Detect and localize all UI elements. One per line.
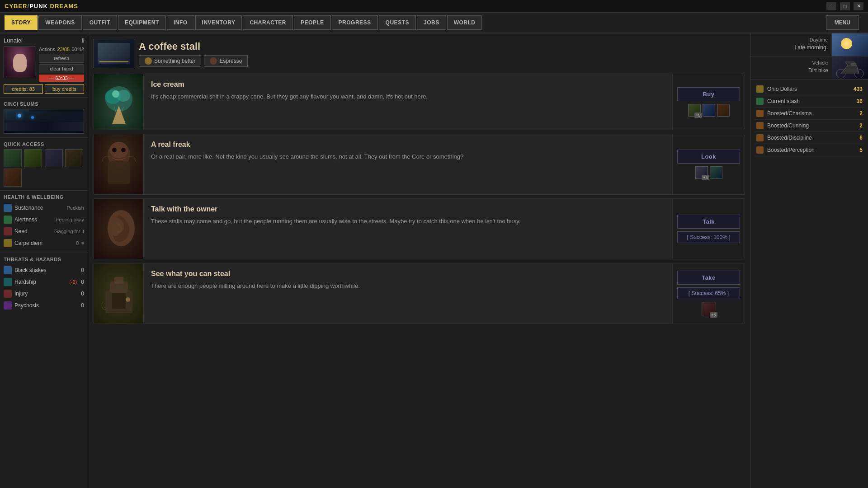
steal-button[interactable]: Take	[677, 271, 740, 285]
tab-something-better[interactable]: Something better	[139, 55, 201, 67]
location-main-title: A coffee stall	[139, 41, 248, 52]
need-icon	[4, 227, 12, 235]
maximize-button[interactable]: □	[840, 2, 850, 10]
reward-icon-2	[703, 104, 715, 117]
minimize-button[interactable]: —	[826, 2, 836, 10]
nav-equipment[interactable]: EQUIPMENT	[118, 15, 166, 30]
window-controls: — □ ✕	[826, 2, 863, 10]
talk-desc: These stalls may come and go, but the pe…	[151, 217, 665, 226]
psychosis-label: Psychosis	[14, 302, 78, 309]
vehicle-text-block: Vehicle Dirt bike	[751, 56, 832, 79]
info-icon[interactable]: ℹ	[82, 37, 84, 44]
clear-hand-button[interactable]: clear hand	[39, 64, 84, 73]
vehicle-label: Vehicle	[755, 60, 828, 66]
talk-success: [ Success: 100% ]	[677, 231, 740, 243]
daytime-label: Daytime	[755, 37, 828, 42]
current-stash-icon	[756, 98, 764, 105]
discipline-icon	[756, 134, 764, 141]
svg-rect-20	[851, 63, 856, 66]
steal-svg	[94, 263, 144, 322]
stall-counter	[99, 61, 128, 62]
charisma-icon	[756, 110, 764, 117]
icecream-title: Ice cream	[151, 80, 665, 89]
nav-info[interactable]: INFO	[167, 15, 194, 30]
nav-weapons[interactable]: WEAPONS	[38, 15, 82, 30]
refresh-button[interactable]: refresh	[39, 54, 84, 63]
action-card-freak: A real freak Or a real pair, more like. …	[94, 134, 745, 195]
nav-progress[interactable]: PROGRESS	[332, 15, 378, 30]
quick-item-1[interactable]	[4, 149, 22, 167]
ohio-dollars-icon	[756, 85, 764, 93]
quick-item-5[interactable]	[4, 169, 22, 187]
nav-inventory[interactable]: INVENTORY	[195, 15, 242, 30]
menu-button[interactable]: MENU	[826, 15, 859, 30]
nav-people[interactable]: PEOPLE	[294, 15, 331, 30]
alertness-status: Feeling okay	[56, 217, 84, 222]
quick-item-3[interactable]	[45, 149, 63, 167]
need-status: Gagging for it	[54, 229, 84, 234]
current-stash-value: 16	[857, 98, 863, 104]
steal-icons: +6	[702, 302, 716, 316]
icecream-image	[94, 74, 144, 130]
sustenance-label: Sustenance	[14, 205, 64, 211]
perception-value: 5	[859, 147, 863, 153]
quick-item-2[interactable]	[24, 149, 42, 167]
stat-current-stash: Current stash 16	[755, 95, 864, 108]
buy-credits-button[interactable]: buy credits	[45, 84, 84, 94]
location-ground	[4, 122, 84, 131]
main-content: A coffee stall Something better Espresso	[88, 33, 750, 488]
health-need: Need Gagging for it	[4, 225, 84, 237]
icecream-actions: Buy +5	[672, 74, 745, 130]
action-card-icecream: Ice cream It's cheap commercial shit in …	[94, 74, 745, 130]
injury-icon	[4, 290, 12, 298]
time-value: 00:42	[71, 47, 84, 52]
stat-boosted-charisma: Boosted/Charisma 2	[755, 108, 864, 120]
freak-actions: Look +4	[672, 134, 745, 194]
icecream-svg	[94, 74, 144, 128]
freak-icon-1: +4	[695, 166, 708, 179]
steal-desc: There are enough people milling around h…	[151, 282, 665, 291]
svg-rect-16	[112, 293, 126, 309]
alertness-icon	[4, 216, 12, 224]
steal-icon-1: +6	[702, 302, 716, 316]
coffee-stall-image	[98, 43, 130, 64]
nav-quests[interactable]: QUESTS	[379, 15, 416, 30]
sun-icon	[841, 38, 852, 49]
daytime-image-block	[832, 33, 868, 56]
action-card-talk: Talk with the owner These stalls may com…	[94, 198, 745, 259]
nav-outfit[interactable]: OUTFIT	[83, 15, 117, 30]
talk-button[interactable]: Talk	[677, 215, 740, 229]
talk-body: Talk with the owner These stalls may com…	[144, 199, 672, 259]
freak-icon-2	[710, 166, 722, 179]
freak-svg	[94, 134, 144, 193]
charisma-label: Boosted/Charisma	[767, 110, 856, 117]
svg-point-10	[121, 148, 126, 152]
nav-character[interactable]: CHARACTER	[243, 15, 293, 30]
cunning-icon	[756, 122, 764, 129]
quick-item-4[interactable]	[65, 149, 83, 167]
main-layout: Lunalei ℹ Actions 23/85 00:42 refresh cl…	[0, 33, 868, 488]
svg-point-17	[126, 297, 130, 302]
character-section: Lunalei ℹ Actions 23/85 00:42 refresh cl…	[0, 33, 88, 98]
need-label: Need	[14, 228, 52, 235]
close-button[interactable]: ✕	[854, 2, 863, 10]
steal-success: [ Success: 65% ]	[677, 287, 740, 299]
character-avatar[interactable]	[4, 47, 35, 78]
freak-image	[94, 134, 144, 194]
character-info: Actions 23/85 00:42 refresh clear hand —…	[4, 47, 84, 82]
nav-world[interactable]: WORLD	[447, 15, 482, 30]
discipline-value: 6	[859, 135, 863, 141]
location-image[interactable]	[4, 109, 84, 134]
psychosis-icon	[4, 301, 12, 310]
icecream-buy-button[interactable]: Buy	[677, 87, 740, 101]
freak-look-button[interactable]: Look	[677, 150, 740, 164]
tab-espresso[interactable]: Espresso	[204, 55, 248, 67]
hardship-modifier: (-2)	[69, 279, 77, 285]
black-shakes-value: 0	[81, 267, 84, 273]
stats-section: Ohio Dollars 433 Current stash 16 Booste…	[751, 80, 868, 160]
navbar: STORY WEAPONS OUTFIT EQUIPMENT INFO INVE…	[0, 13, 868, 33]
nav-jobs[interactable]: JOBS	[417, 15, 446, 30]
black-shakes-label: Black shakes	[14, 267, 78, 273]
nav-story[interactable]: STORY	[5, 15, 38, 30]
health-sustenance: Sustenance Peckish	[4, 202, 84, 214]
